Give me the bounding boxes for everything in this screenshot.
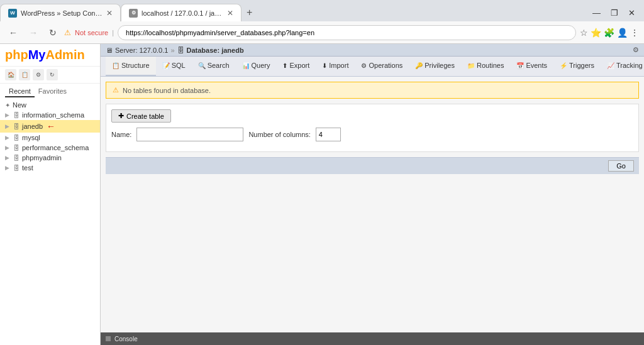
console-label: Console [114,336,138,342]
tree-item-information-schema[interactable]: ▶ 🗄 information_schema [0,110,100,120]
logo-my: My [28,48,46,62]
topbar-actions: ⚙ [633,46,639,54]
tree-item-performance-schema[interactable]: ▶ 🗄 performance_schema [0,143,100,153]
tree-db-icon-pma: 🗄 [13,155,19,162]
tree-label-janedb: janedb [22,123,43,130]
top-bar: 🖥 Server: 127.0.0.1 » 🗄 Database: janedb… [101,44,644,57]
sidebar-tab-recent[interactable]: Recent [5,86,35,97]
topbar-settings-icon[interactable]: ⚙ [633,46,639,54]
reload-button[interactable]: ↻ [45,26,60,39]
breadcrumb-server[interactable]: Server: 127.0.0.1 [115,47,168,54]
export-tab-label: Export [289,62,309,69]
console-dot-icon [106,336,111,341]
tree-label-test: test [22,164,33,172]
minimize-button[interactable]: — [589,7,604,19]
notice-box: ⚠ No tables found in database. [106,82,639,99]
browser-action-icons: ☆ ⭐ 🧩 👤 ⋮ [580,28,639,38]
sidebar-tree: ✦ New ▶ 🗄 information_schema ▶ 🗄 janedb … [0,97,100,345]
search-tab-label: Search [208,62,230,69]
tree-item-mysql[interactable]: ▶ 🗄 mysql [0,133,100,143]
tab-operations[interactable]: ⚙ Operations [355,57,409,77]
sidebar-home-icon[interactable]: 🏠 [5,69,16,80]
breadcrumb-separator: » [170,47,174,54]
tab-sql[interactable]: 📝 SQL [156,57,192,77]
back-button[interactable]: ← [5,26,21,39]
tree-label-information-schema: information_schema [22,111,84,119]
browser-tab-wordpress[interactable]: W WordPress » Setup Configuratio... ✕ [0,4,121,21]
restore-button[interactable]: ❐ [607,7,622,19]
go-button[interactable]: Go [608,160,634,172]
tab-query[interactable]: 📊 Query [236,57,277,77]
sidebar-list-icon[interactable]: 📋 [19,69,30,80]
operations-tab-label: Operations [369,62,402,69]
address-bar: ← → ↻ ⚠ Not secure | ☆ ⭐ 🧩 👤 ⋮ [0,21,644,44]
new-tab-button[interactable]: + [242,7,257,18]
tab-structure[interactable]: 📋 Structure [106,57,156,77]
tree-db-icon-janedb: 🗄 [13,123,19,130]
tab-routines[interactable]: 📁 Routines [461,57,510,77]
tree-item-new[interactable]: ✦ New [0,100,100,110]
logo-admin: Admin [45,48,84,62]
tab-privileges[interactable]: 🔑 Privileges [409,57,461,77]
star-icon[interactable]: ☆ [580,28,588,38]
tree-item-janedb[interactable]: ▶ 🗄 janedb ← [0,120,100,133]
breadcrumb-server-icon: 🖥 [106,47,113,54]
query-tab-label: Query [252,62,270,69]
tab-tracking[interactable]: 📈 Tracking [601,57,644,77]
tree-item-test[interactable]: ▶ 🗄 test [0,163,100,173]
sidebar-tab-favorites[interactable]: Favorites [35,86,70,97]
tree-label-performance-schema: performance_schema [22,144,89,151]
create-table-button[interactable]: ✚ Create table [111,109,171,123]
tab-close-pma[interactable]: ✕ [227,9,233,18]
red-arrow-icon: ← [47,121,55,131]
sidebar-tabs: Recent Favorites [0,84,100,97]
tab-events[interactable]: 📅 Events [510,57,553,77]
query-tab-icon: 📊 [242,62,250,69]
tree-arrow-janedb: ▶ [5,123,9,129]
browser-tab-phpmyadmin[interactable]: ⚙ localhost / 127.0.0.1 / janedb | p... … [121,4,242,21]
sidebar-refresh-icon[interactable]: ↻ [47,69,58,80]
events-tab-label: Events [526,62,547,69]
tracking-tab-label: Tracking [616,62,643,69]
create-table-button-label: Create table [126,112,164,120]
tree-db-icon-mysql: 🗄 [13,134,19,141]
tree-arrow-perf: ▶ [5,145,9,151]
phpmyadmin-logo: phpMyAdmin [0,44,100,67]
privileges-tab-icon: 🔑 [415,62,423,69]
columns-input[interactable] [316,128,341,141]
console-bar[interactable]: Console [101,332,644,345]
tree-label-mysql: mysql [22,134,40,141]
main-content: 🖥 Server: 127.0.0.1 » 🗄 Database: janedb… [101,44,644,345]
table-name-input[interactable] [136,128,243,141]
not-secure-label: Not secure [75,29,108,36]
tab-export[interactable]: ⬆ Export [276,57,316,77]
close-button[interactable]: ✕ [625,7,639,19]
profile-icon[interactable]: 👤 [617,28,628,38]
tab-triggers[interactable]: ⚡ Triggers [553,57,601,77]
tree-arrow-test: ▶ [5,165,9,171]
extensions-icon[interactable]: 🧩 [604,28,614,38]
name-label: Name: [111,131,131,138]
tab-bar: W WordPress » Setup Configuratio... ✕ ⚙ … [0,0,644,21]
sidebar-action-icons: 🏠 📋 ⚙ ↻ [0,67,100,84]
sidebar-settings-icon[interactable]: ⚙ [33,69,44,80]
tab-search[interactable]: 🔍 Search [192,57,236,77]
create-table-form-row: Name: Number of columns: [111,123,633,146]
address-separator: | [112,29,114,36]
breadcrumb-database[interactable]: Database: janedb [187,47,244,54]
tab-import[interactable]: ⬇ Import [316,57,355,77]
tree-item-phpmyadmin[interactable]: ▶ 🗄 phpmyadmin [0,153,100,163]
address-input[interactable] [118,25,576,40]
menu-icon[interactable]: ⋮ [630,28,639,38]
logo-php: php [5,48,28,62]
breadcrumb-db-icon: 🗄 [177,47,184,54]
tab-close-wp[interactable]: ✕ [106,9,113,18]
security-warning-icon: ⚠ [64,28,71,37]
tree-new-icon: ✦ [5,102,10,109]
forward-button[interactable]: → [25,26,42,39]
go-row: Go [106,157,639,174]
notice-message: No tables found in database. [123,87,211,94]
sql-tab-icon: 📝 [162,62,170,69]
bookmark-icon[interactable]: ⭐ [591,28,601,38]
routines-tab-icon: 📁 [467,62,475,69]
